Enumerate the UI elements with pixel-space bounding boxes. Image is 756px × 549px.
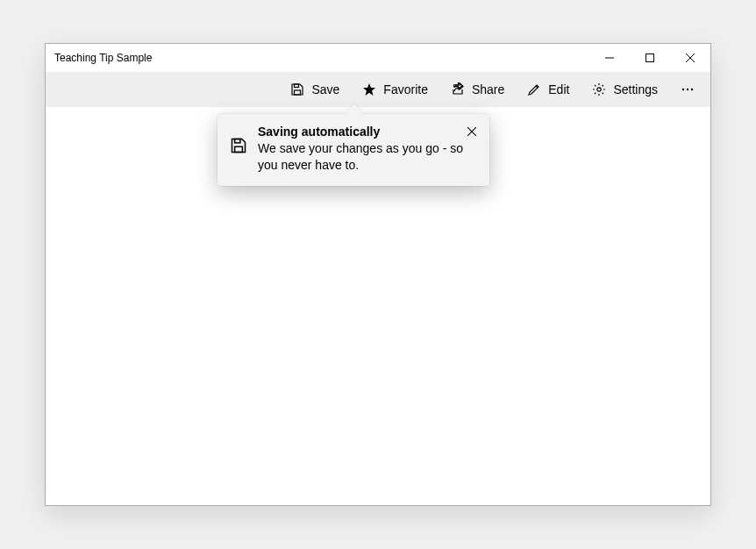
teaching-tip-text: We save your changes as you go - so you … bbox=[258, 140, 477, 174]
save-icon bbox=[230, 137, 247, 154]
svg-point-3 bbox=[597, 88, 601, 91]
teaching-tip: Saving automatically We save your change… bbox=[218, 114, 489, 186]
save-icon bbox=[290, 82, 304, 96]
edit-label: Edit bbox=[548, 82, 569, 96]
edit-button[interactable]: Edit bbox=[517, 74, 580, 105]
maximize-icon bbox=[645, 53, 654, 62]
minimize-button[interactable] bbox=[589, 44, 630, 72]
svg-rect-8 bbox=[235, 146, 243, 152]
save-label: Save bbox=[311, 82, 339, 96]
teaching-tip-title: Saving automatically bbox=[258, 125, 477, 139]
svg-rect-7 bbox=[235, 139, 240, 143]
maximize-button[interactable] bbox=[630, 44, 670, 72]
share-icon bbox=[451, 82, 465, 96]
teaching-tip-close-button[interactable] bbox=[463, 123, 481, 140]
app-window: Teaching Tip Sample bbox=[45, 43, 711, 506]
content-area: Saving automatically We save your change… bbox=[46, 107, 710, 505]
more-button[interactable] bbox=[670, 74, 705, 105]
svg-rect-0 bbox=[646, 54, 654, 62]
more-icon bbox=[681, 82, 695, 96]
pencil-icon bbox=[527, 82, 541, 96]
settings-label: Settings bbox=[613, 82, 658, 96]
svg-point-6 bbox=[691, 89, 693, 90]
toolbar: Save Favorite Share bbox=[46, 72, 710, 107]
gear-icon bbox=[592, 82, 606, 96]
window-controls bbox=[589, 44, 710, 72]
svg-point-4 bbox=[682, 89, 684, 90]
share-label: Share bbox=[472, 82, 504, 96]
save-button[interactable]: Save bbox=[280, 74, 350, 105]
share-button[interactable]: Share bbox=[440, 74, 515, 105]
svg-point-5 bbox=[687, 89, 688, 90]
titlebar: Teaching Tip Sample bbox=[46, 44, 710, 72]
svg-rect-1 bbox=[295, 84, 299, 88]
teaching-tip-body: Saving automatically We save your change… bbox=[258, 125, 477, 174]
favorite-label: Favorite bbox=[383, 82, 428, 96]
minimize-icon bbox=[605, 53, 614, 62]
close-icon bbox=[686, 53, 695, 62]
favorite-button[interactable]: Favorite bbox=[352, 74, 439, 105]
close-button[interactable] bbox=[670, 44, 710, 72]
settings-button[interactable]: Settings bbox=[581, 74, 668, 105]
close-icon bbox=[467, 127, 476, 136]
window-title: Teaching Tip Sample bbox=[54, 52, 152, 64]
star-icon bbox=[362, 82, 376, 96]
svg-rect-2 bbox=[295, 90, 301, 95]
